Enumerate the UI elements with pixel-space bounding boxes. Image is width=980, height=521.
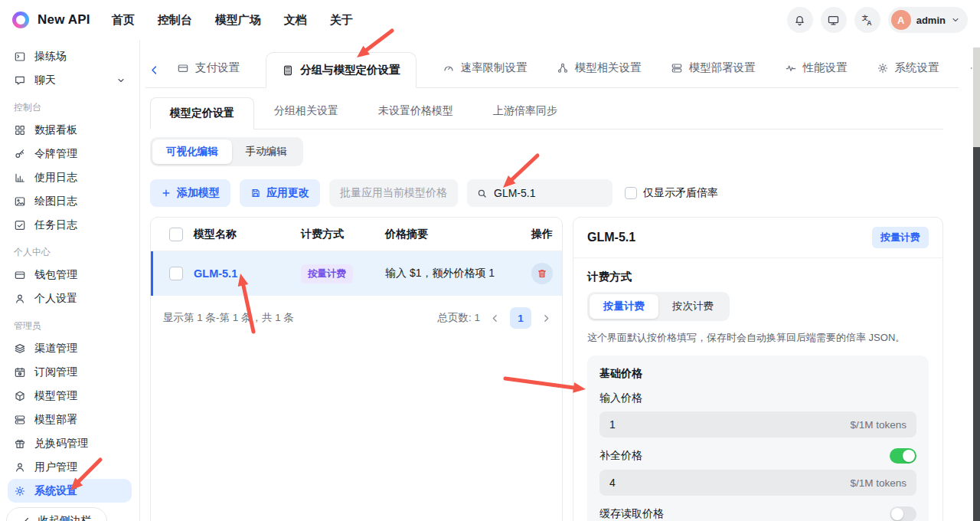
sidebar-item-chat[interactable]: 聊天 xyxy=(8,68,132,92)
sidebar-item-deployments[interactable]: 模型部署 xyxy=(8,408,132,431)
tab-model-deployment-settings[interactable]: 模型部署设置 xyxy=(668,61,759,87)
tab-performance-settings[interactable]: 性能设置 xyxy=(782,61,851,87)
sidebar-label: 个人设置 xyxy=(34,292,77,306)
completion-price-unit: $/1M tokens xyxy=(850,477,906,489)
conflict-filter[interactable]: 仅显示矛盾倍率 xyxy=(625,186,718,200)
sidebar-item-task-log[interactable]: 任务日志 xyxy=(8,213,132,237)
sidebar-item-playground[interactable]: 操练场 xyxy=(8,44,132,68)
display-mode-button[interactable] xyxy=(821,7,847,33)
sidebar-item-subscriptions[interactable]: 订阅管理 xyxy=(8,360,132,384)
key-icon xyxy=(14,148,26,160)
sidebar-item-image-log[interactable]: 绘图日志 xyxy=(8,189,132,213)
tab-rate-limit-settings[interactable]: 速率限制设置 xyxy=(439,61,531,87)
pulse-icon xyxy=(785,62,797,74)
sidebar-item-models[interactable]: 模型管理 xyxy=(8,384,132,408)
billing-by-volume-option[interactable]: 按量计费 xyxy=(590,294,658,319)
sidebar-item-users[interactable]: 用户管理 xyxy=(8,455,132,479)
tabs-scroll-left-icon[interactable] xyxy=(149,64,160,76)
subtab-unpriced-models[interactable]: 未设置价格模型 xyxy=(358,104,473,129)
visual-edit-option[interactable]: 可视化编辑 xyxy=(152,139,232,164)
billing-by-times-option[interactable]: 按次计费 xyxy=(658,294,727,319)
model-name-link[interactable]: GLM-5.1 xyxy=(194,267,301,280)
tab-label: 支付设置 xyxy=(195,61,240,75)
svg-text:A: A xyxy=(867,19,871,27)
sidebar-item-system-settings[interactable]: 系统设置 xyxy=(8,479,132,503)
bulk-apply-button[interactable]: 批量应用当前模型价格 xyxy=(329,179,458,207)
chat-icon xyxy=(14,74,26,87)
sidebar-item-wallet[interactable]: 钱包管理 xyxy=(8,263,132,287)
sidebar-item-tokens[interactable]: 令牌管理 xyxy=(8,142,132,165)
sidebar-label: 钱包管理 xyxy=(34,268,77,282)
billing-mode-toggle: 按量计费 按次计费 xyxy=(587,292,730,321)
sidebar-item-channels[interactable]: 渠道管理 xyxy=(8,336,132,360)
collapse-sidebar-button[interactable]: 收起侧边栏 xyxy=(6,507,107,521)
conflict-filter-checkbox[interactable] xyxy=(625,187,637,199)
user-menu[interactable]: A admin xyxy=(888,7,968,33)
user-name: admin xyxy=(916,15,946,26)
delete-model-button[interactable] xyxy=(531,263,553,284)
translate-icon: 文A xyxy=(861,13,874,27)
sidebar-section-personal: 个人中心 xyxy=(14,246,126,257)
add-model-button[interactable]: 添加模型 xyxy=(150,179,230,207)
input-price-field: $/1M tokens xyxy=(599,411,916,437)
next-page-icon[interactable] xyxy=(541,313,551,323)
add-model-label: 添加模型 xyxy=(177,186,220,200)
pricing-settings-panel: 模型定价设置 分组相关设置 未设置价格模型 上游倍率同步 可视化编辑 手动编辑 … xyxy=(140,88,980,521)
edit-mode-toggle: 可视化编辑 手动编辑 xyxy=(150,137,303,166)
subtab-upstream-sync[interactable]: 上游倍率同步 xyxy=(473,104,577,129)
sidebar-label: 令牌管理 xyxy=(34,147,77,161)
nav-about[interactable]: 关于 xyxy=(330,13,353,28)
column-actions: 操作 xyxy=(531,228,553,241)
model-detail-card: GLM-5.1 按量计费 计费方式 按量计费 按次计费 这个界面默认按价格填写，… xyxy=(573,217,943,521)
completion-price-toggle[interactable] xyxy=(890,448,916,464)
settings-tab-strip: 支付设置 分组与模型定价设置 速率限制设置 模型相关设置 模型部署设置 性能设置… xyxy=(145,52,959,88)
model-table-card: 模型名称 计费方式 价格摘要 操作 GLM-5.1 按量计费 输入 $1，额外价… xyxy=(150,217,563,521)
model-search-input[interactable] xyxy=(494,187,603,199)
manual-edit-option[interactable]: 手动编辑 xyxy=(232,139,301,164)
tab-system-settings[interactable]: 系统设置 xyxy=(874,61,942,87)
cache-read-price-toggle[interactable] xyxy=(890,506,916,521)
input-price-unit: $/1M tokens xyxy=(850,419,906,431)
language-button[interactable]: 文A xyxy=(854,7,880,33)
tab-label: 性能设置 xyxy=(803,61,848,75)
sidebar-item-profile[interactable]: 个人设置 xyxy=(8,287,132,310)
tab-payment-settings[interactable]: 支付设置 xyxy=(174,61,243,87)
nav-home[interactable]: 首页 xyxy=(112,13,135,28)
select-all-checkbox[interactable] xyxy=(169,228,183,241)
sidebar-label: 聊天 xyxy=(34,74,56,87)
subtab-group-related[interactable]: 分组相关设置 xyxy=(254,104,358,129)
page-number-button[interactable]: 1 xyxy=(510,307,531,329)
bell-icon xyxy=(793,14,806,27)
page-scrollbar-thumb[interactable] xyxy=(973,147,980,521)
calculator-icon xyxy=(282,64,294,77)
sidebar-label: 兑换码管理 xyxy=(34,437,88,451)
sidebar-item-usage-log[interactable]: 使用日志 xyxy=(8,165,132,189)
base-price-title: 基础价格 xyxy=(599,367,916,381)
sidebar-item-dashboard[interactable]: 数据看板 xyxy=(8,118,132,142)
table-row-glm-5-1[interactable]: GLM-5.1 按量计费 输入 $1，额外价格项 1 xyxy=(151,251,562,296)
sidebar-label: 订阅管理 xyxy=(34,365,77,379)
completion-price-input[interactable] xyxy=(609,477,663,489)
column-model-name: 模型名称 xyxy=(194,228,301,241)
plus-icon xyxy=(161,188,172,198)
apply-changes-button[interactable]: 应用更改 xyxy=(240,179,320,207)
chevron-down-icon xyxy=(951,15,960,25)
nav-console[interactable]: 控制台 xyxy=(158,13,192,28)
tab-group-model-pricing[interactable]: 分组与模型定价设置 xyxy=(266,52,416,88)
nav-docs[interactable]: 文档 xyxy=(284,13,307,28)
row-checkbox[interactable] xyxy=(169,267,183,280)
server-icon xyxy=(671,62,683,74)
page-scrollbar[interactable] xyxy=(973,48,980,521)
tab-model-related-settings[interactable]: 模型相关设置 xyxy=(554,61,645,87)
notifications-button[interactable] xyxy=(787,7,813,33)
nav-model-market[interactable]: 模型广场 xyxy=(215,13,261,28)
detail-billing-badge: 按量计费 xyxy=(872,227,929,248)
prev-page-icon[interactable] xyxy=(490,313,500,323)
sidebar-item-redemption[interactable]: 兑换码管理 xyxy=(8,431,132,455)
subtab-model-pricing[interactable]: 模型定价设置 xyxy=(150,97,254,129)
wallet-icon xyxy=(14,269,26,281)
input-price-input[interactable] xyxy=(609,418,663,431)
completion-price-row: 补全价格 xyxy=(599,448,916,464)
server-icon xyxy=(14,414,26,426)
sidebar-label: 模型管理 xyxy=(34,389,77,403)
